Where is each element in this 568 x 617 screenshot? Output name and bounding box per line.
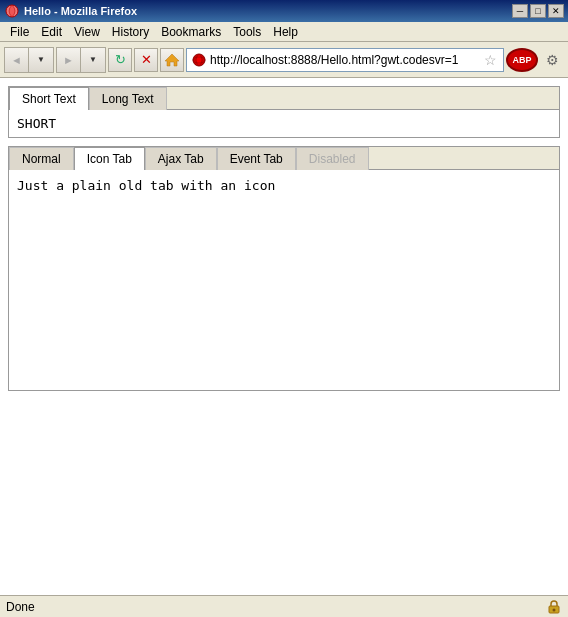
menu-history[interactable]: History [106, 23, 155, 41]
address-bar[interactable]: http://localhost:8888/Hello.html?gwt.cod… [186, 48, 504, 72]
back-button[interactable]: ◄ [5, 48, 29, 72]
maximize-button[interactable]: □ [530, 4, 546, 18]
dropdown-arrow[interactable]: ▼ [29, 48, 53, 72]
forward-buttons: ► ▼ [56, 47, 106, 73]
browser-toolbar: ◄ ▼ ► ▼ ↻ ✕ http://localhost:8888/Hello.… [0, 42, 568, 78]
menu-help[interactable]: Help [267, 23, 304, 41]
status-icon [546, 599, 562, 615]
menu-view[interactable]: View [68, 23, 106, 41]
tab-event-tab[interactable]: Event Tab [217, 147, 296, 170]
forward-dropdown-arrow[interactable]: ▼ [81, 48, 105, 72]
status-text: Done [6, 600, 35, 614]
window-controls[interactable]: ─ □ ✕ [512, 4, 564, 18]
outer-tab-panel: Short Text Long Text SHORT [8, 86, 560, 138]
browser-window: Hello - Mozilla Firefox ─ □ ✕ File Edit … [0, 0, 568, 617]
settings-gear-button[interactable]: ⚙ [540, 48, 564, 72]
status-bar: Done [0, 595, 568, 617]
stop-button[interactable]: ✕ [134, 48, 158, 72]
title-bar: Hello - Mozilla Firefox ─ □ ✕ [0, 0, 568, 22]
address-text: http://localhost:8888/Hello.html?gwt.cod… [210, 53, 481, 67]
forward-button[interactable]: ► [57, 48, 81, 72]
nav-buttons: ◄ ▼ [4, 47, 54, 73]
tab-disabled: Disabled [296, 147, 369, 170]
inner-tab-strip: Normal Icon Tab Ajax Tab Event Tab Disab… [9, 147, 559, 170]
icon-tab-text: Just a plain old tab with an icon [17, 178, 275, 193]
menu-bookmarks[interactable]: Bookmarks [155, 23, 227, 41]
tab-long-text[interactable]: Long Text [89, 87, 167, 110]
bookmark-star[interactable]: ☆ [481, 51, 499, 69]
svg-marker-1 [165, 54, 179, 66]
menu-file[interactable]: File [4, 23, 35, 41]
browser-icon [4, 3, 20, 19]
close-button[interactable]: ✕ [548, 4, 564, 18]
menu-bar: File Edit View History Bookmarks Tools H… [0, 22, 568, 42]
refresh-button[interactable]: ↻ [108, 48, 132, 72]
outer-tab-strip: Short Text Long Text [9, 87, 559, 110]
inner-tab-content: Just a plain old tab with an icon [9, 170, 559, 390]
minimize-button[interactable]: ─ [512, 4, 528, 18]
tab-short-text[interactable]: Short Text [9, 87, 89, 110]
home-button[interactable] [160, 48, 184, 72]
adblock-button[interactable]: ABP [506, 48, 538, 72]
menu-tools[interactable]: Tools [227, 23, 267, 41]
tab-icon-tab[interactable]: Icon Tab [74, 147, 145, 170]
window-title: Hello - Mozilla Firefox [24, 5, 512, 17]
outer-tab-content: SHORT [9, 110, 559, 137]
short-text-value: SHORT [15, 114, 553, 133]
tab-normal[interactable]: Normal [9, 147, 74, 170]
svg-point-5 [553, 608, 556, 611]
inner-tab-panel: Normal Icon Tab Ajax Tab Event Tab Disab… [8, 146, 560, 391]
menu-edit[interactable]: Edit [35, 23, 68, 41]
tab-ajax-tab[interactable]: Ajax Tab [145, 147, 217, 170]
browser-content: Short Text Long Text SHORT Normal Icon T… [0, 78, 568, 595]
